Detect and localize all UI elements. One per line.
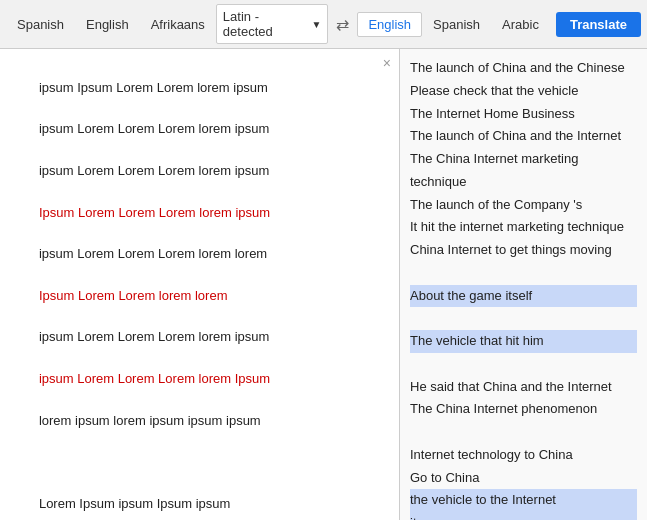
main-panels: × ipsum Ipsum Lorem Lorem lorem ipsum ip… [0, 49, 647, 520]
swap-languages-button[interactable]: ⇄ [328, 11, 357, 38]
tr-line-9: He said that China and the Internet [410, 379, 612, 394]
tr-line-12: Go to China [410, 470, 479, 485]
line-4: Ipsum Lorem Lorem Lorem lorem ipsum [39, 205, 270, 220]
line-10: Lorem Ipsum ipsum Ipsum ipsum [39, 496, 230, 511]
tab-english-source[interactable]: English [75, 12, 140, 37]
translate-button[interactable]: Translate [556, 12, 641, 37]
tr-line-11: Internet technology to China [410, 447, 573, 462]
chevron-down-icon: ▼ [312, 19, 322, 30]
tr-line-2: Please check that the vehicle [410, 83, 578, 98]
tr-line-vehicle: The vehicle that hit him [410, 330, 637, 353]
tab-spanish-target[interactable]: Spanish [422, 12, 491, 37]
tr-line-1: The launch of China and the Chinese [410, 60, 625, 75]
tr-line-7: It hit the internet marketing technique [410, 219, 624, 234]
tr-line-4: The launch of China and the Internet [410, 128, 621, 143]
line-2: ipsum Lorem Lorem Lorem lorem ipsum [39, 121, 269, 136]
translation-text-panel: The launch of China and the Chinese Plea… [400, 49, 647, 520]
line-9: lorem ipsum lorem ipsum ipsum ipsum [39, 413, 261, 428]
app-container: Spanish English Afrikaans Latin - detect… [0, 0, 647, 520]
source-text[interactable]: ipsum Ipsum Lorem Lorem lorem ipsum ipsu… [10, 57, 389, 520]
target-lang-tabs: English Spanish Arabic [357, 12, 549, 37]
tr-line-6: The launch of the Company 's [410, 197, 582, 212]
tr-line-it: it [410, 512, 637, 520]
tab-spanish-source[interactable]: Spanish [6, 12, 75, 37]
line-5: ipsum Lorem Lorem Lorem lorem lorem [39, 246, 267, 261]
line-1: ipsum Ipsum Lorem Lorem lorem ipsum [39, 80, 268, 95]
tr-line-8: China Internet to get things moving [410, 242, 612, 257]
tr-line-10: The China Internet phenomenon [410, 401, 597, 416]
latin-detected-label: Latin - detected [223, 9, 308, 39]
tr-line-vehicle-to-internet: the vehicle to the Internet [410, 489, 637, 512]
source-text-panel[interactable]: × ipsum Ipsum Lorem Lorem lorem ipsum ip… [0, 49, 400, 520]
line-3: ipsum Lorem Lorem Lorem lorem ipsum [39, 163, 269, 178]
line-7: ipsum Lorem Lorem Lorem lorem ipsum [39, 329, 269, 344]
tr-line-5: The China Internet marketing technique [410, 151, 578, 189]
tr-line-about: About the game itself [410, 285, 637, 308]
tab-latin-detected[interactable]: Latin - detected ▼ [216, 4, 329, 44]
tab-english-target[interactable]: English [357, 12, 422, 37]
tab-afrikaans-source[interactable]: Afrikaans [140, 12, 216, 37]
line-8: ipsum Lorem Lorem Lorem lorem Ipsum [39, 371, 270, 386]
source-lang-tabs: Spanish English Afrikaans Latin - detect… [6, 4, 328, 44]
clear-input-button[interactable]: × [383, 55, 391, 71]
line-6: Ipsum Lorem Lorem lorem lorem [39, 288, 228, 303]
translated-text: The launch of China and the Chinese Plea… [410, 57, 637, 520]
tab-arabic-target[interactable]: Arabic [491, 12, 550, 37]
tr-line-3: The Internet Home Business [410, 106, 575, 121]
toolbar: Spanish English Afrikaans Latin - detect… [0, 0, 647, 49]
